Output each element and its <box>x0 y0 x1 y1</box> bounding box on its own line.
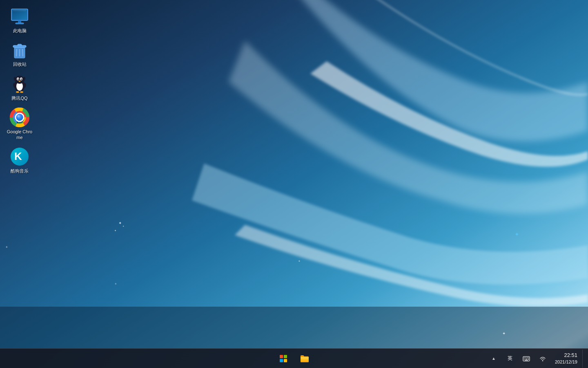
taskbar-right: ▲ 英 <box>486 350 585 368</box>
svg-rect-41 <box>525 357 526 358</box>
chrome-icon <box>10 108 29 127</box>
qq-icon <box>10 74 29 94</box>
svg-point-21 <box>18 79 18 79</box>
svg-rect-6 <box>16 23 24 24</box>
sparkle-1: ✦ <box>118 221 122 225</box>
svg-rect-42 <box>527 357 528 358</box>
svg-point-35 <box>16 114 23 121</box>
datetime-display[interactable]: 22:51 2021/12/19 <box>552 350 581 368</box>
computer-icon-label: 此电脑 <box>13 28 27 34</box>
svg-rect-4 <box>12 10 27 20</box>
sparkle-2: ✦ <box>114 229 116 232</box>
keyboard-icon <box>523 355 530 362</box>
desktop-icon-chrome[interactable]: Google Chrome <box>4 105 35 143</box>
language-indicator[interactable]: 英 <box>503 351 517 366</box>
svg-point-48 <box>542 360 543 361</box>
sparkle-7: ✦ <box>502 331 506 336</box>
ime-icon[interactable] <box>519 351 534 366</box>
taskbar: ▲ 英 <box>0 348 588 368</box>
desktop: ✦ ✦ ✦ ✦ ✦ ✦ ✦ ✦ <box>0 0 588 368</box>
svg-rect-0 <box>0 0 588 368</box>
recycle-icon-label: 回收站 <box>13 61 27 67</box>
show-desktop-button[interactable] <box>582 350 585 368</box>
svg-point-16 <box>15 76 24 84</box>
language-text: 英 <box>506 355 514 362</box>
svg-point-36 <box>17 115 20 117</box>
sparkle-3: ✦ <box>122 225 124 227</box>
start-button[interactable] <box>274 349 293 368</box>
desktop-icon-computer[interactable]: 此电脑 <box>4 4 35 36</box>
kuwo-icon-label: 酷狗音乐 <box>11 168 29 174</box>
desktop-background <box>0 0 588 368</box>
folder-icon <box>300 354 309 363</box>
svg-rect-46 <box>528 359 529 360</box>
network-icon-button[interactable] <box>535 351 550 366</box>
svg-rect-10 <box>18 44 22 46</box>
time-text: 22:51 <box>564 352 577 359</box>
date-text: 2021/12/19 <box>555 359 577 365</box>
svg-rect-47 <box>525 360 528 361</box>
desktop-icon-qq[interactable]: 腾讯QQ <box>4 72 35 103</box>
desktop-icons-container: 此电脑 回收站 <box>4 4 35 177</box>
svg-point-20 <box>21 78 22 80</box>
taskbar-center <box>274 349 314 368</box>
windows-logo-icon <box>280 355 287 362</box>
show-hidden-icons-button[interactable]: ▲ <box>486 351 501 366</box>
chevron-up-icon: ▲ <box>492 356 496 361</box>
computer-icon <box>10 7 29 26</box>
sparkle-4: ✦ <box>5 245 8 249</box>
kuwo-icon: K <box>10 147 29 166</box>
svg-line-13 <box>22 49 23 56</box>
network-icon <box>539 355 546 362</box>
svg-point-26 <box>16 91 19 93</box>
svg-point-23 <box>19 81 21 82</box>
svg-rect-44 <box>524 359 525 359</box>
svg-point-22 <box>21 79 22 79</box>
file-explorer-taskbar-button[interactable] <box>295 349 314 368</box>
desktop-icon-kuwo[interactable]: K 酷狗音乐 <box>4 144 35 176</box>
sparkle-5: ✦ <box>298 260 301 263</box>
svg-rect-43 <box>528 357 529 358</box>
sparkle-8: ✦ <box>114 282 117 286</box>
chrome-icon-label: Google Chrome <box>6 129 33 141</box>
svg-line-11 <box>16 49 17 56</box>
svg-point-27 <box>20 91 23 93</box>
svg-rect-7 <box>13 10 27 11</box>
svg-rect-45 <box>525 359 527 359</box>
qq-icon-label: 腾讯QQ <box>11 95 27 101</box>
svg-rect-40 <box>524 357 525 358</box>
recycle-icon <box>10 40 29 60</box>
sparkle-6: ✦ <box>514 231 519 238</box>
svg-point-19 <box>18 78 19 80</box>
desktop-icon-recycle[interactable]: 回收站 <box>4 38 35 70</box>
svg-text:K: K <box>14 150 22 162</box>
svg-rect-5 <box>18 20 21 23</box>
